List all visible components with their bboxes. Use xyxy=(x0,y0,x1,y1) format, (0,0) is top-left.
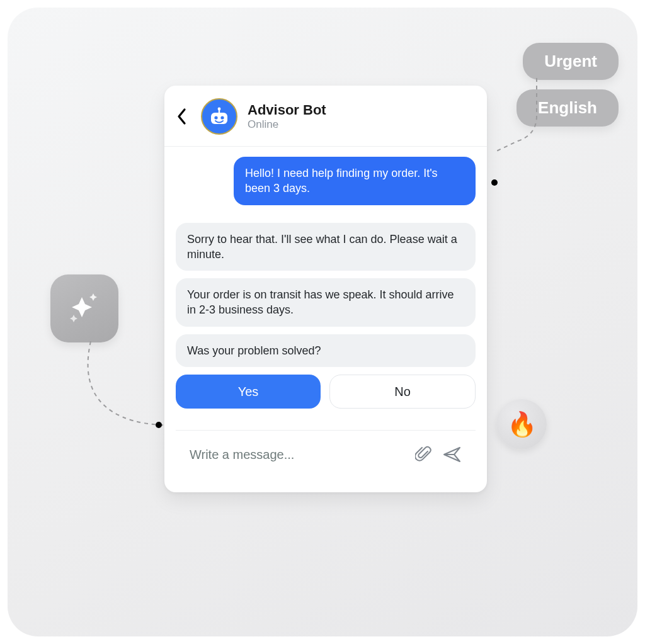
attach-button[interactable] xyxy=(415,446,431,463)
tag-urgent[interactable]: Urgent xyxy=(523,43,619,80)
reply-no-button[interactable]: No xyxy=(329,375,476,409)
sparkle-connector-dot xyxy=(156,422,162,428)
message-bot: Was your problem solved? xyxy=(176,334,476,367)
sparkle-icon xyxy=(66,290,103,327)
robot-icon xyxy=(208,107,230,126)
chat-window: Advisor Bot Online Hello! I need help fi… xyxy=(164,86,487,492)
chat-input-bar: Write a message... xyxy=(176,430,476,478)
bot-name: Advisor Bot xyxy=(248,102,326,118)
bot-avatar[interactable] xyxy=(201,98,237,135)
paperclip-icon xyxy=(415,446,431,463)
svg-rect-1 xyxy=(219,110,220,113)
send-icon xyxy=(443,446,462,463)
fire-badge[interactable]: 🔥 xyxy=(496,399,547,449)
message-bot: Your order is on transit has we speak. I… xyxy=(176,278,476,327)
quick-replies: Yes No xyxy=(176,375,476,409)
chat-header: Advisor Bot Online xyxy=(164,86,487,147)
stage: Urgent English 🔥 xyxy=(8,8,637,636)
message-input[interactable]: Write a message... xyxy=(190,448,404,462)
fire-icon: 🔥 xyxy=(507,410,537,438)
message-bot: Sorry to hear that. I'll see what I can … xyxy=(176,223,476,271)
sparkle-tile[interactable] xyxy=(50,274,118,342)
message-user: Hello! I need help finding my order. It'… xyxy=(234,157,476,205)
svg-point-4 xyxy=(220,116,224,119)
tag-connector-dot xyxy=(491,179,498,186)
tag-english[interactable]: English xyxy=(517,89,619,127)
svg-point-3 xyxy=(214,116,217,119)
send-button[interactable] xyxy=(443,446,462,463)
chevron-left-icon xyxy=(176,108,188,125)
bot-meta: Advisor Bot Online xyxy=(248,102,326,130)
bot-status: Online xyxy=(248,118,326,131)
back-button[interactable] xyxy=(173,108,191,125)
chat-body: Hello! I need help finding my order. It'… xyxy=(164,147,487,492)
reply-yes-button[interactable]: Yes xyxy=(176,375,321,409)
